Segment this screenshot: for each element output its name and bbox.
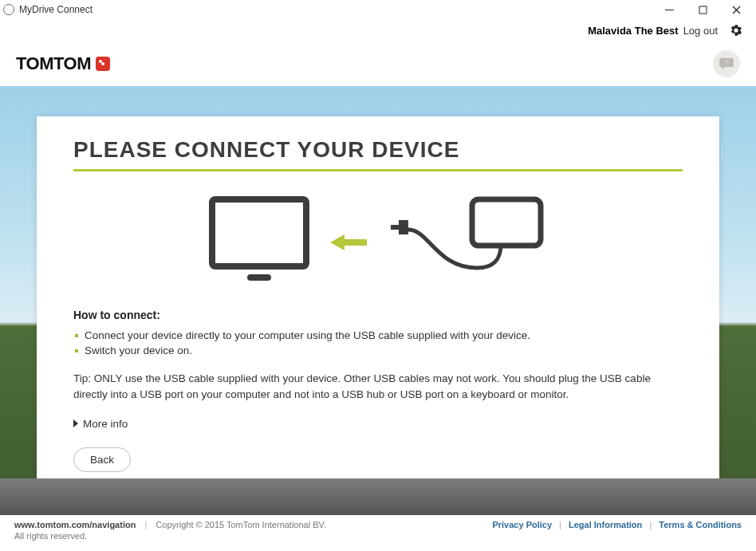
footer-rights: All rights reserved. [14,531,326,541]
triangle-right-icon [73,419,78,427]
svg-rect-6 [247,274,271,281]
brand-name: TOMTOM [16,53,91,74]
brand-mark-icon [96,57,110,71]
footer-url[interactable]: www.tomtom.com/navigation [14,520,136,529]
howto-heading: How to connect: [73,309,683,321]
settings-button[interactable] [729,23,743,37]
connect-illustration [73,183,683,302]
card-heading: PLEASE CONNECT YOUR DEVICE [73,137,683,163]
legal-link[interactable]: Legal Information [569,520,642,529]
howto-list: Connect your device directly to your com… [73,328,683,358]
speech-bubble-icon: ? [719,57,734,70]
more-info-link[interactable]: More info [73,418,128,430]
user-bar: Malavida The Best Log out [0,19,756,41]
monitor-icon [207,195,311,290]
arrow-left-icon [330,233,370,252]
app-icon [3,4,14,15]
device-with-cable-icon [389,195,549,290]
logout-link[interactable]: Log out [683,25,718,37]
svg-text:?: ? [725,59,728,66]
more-info-label: More info [83,418,128,430]
footer: www.tomtom.com/navigation | Copyright © … [0,515,756,551]
brand-bar: TOMTOM ? [0,41,756,86]
help-button[interactable]: ? [713,50,740,77]
gear-icon [729,23,743,37]
howto-item: Switch your device on. [73,343,683,358]
connect-card: PLEASE CONNECT YOUR DEVICE How to connec… [37,116,719,485]
svg-rect-5 [212,199,306,266]
heading-underline [73,169,683,171]
maximize-button[interactable] [686,0,719,19]
road-marking [287,499,359,507]
back-label: Back [90,454,114,466]
user-name: Malavida The Best [588,25,678,37]
tip-text: Tip: ONLY use the USB cable supplied wit… [73,371,683,402]
footer-copyright: Copyright © 2015 TomTom International BV… [156,520,326,529]
road-marking [407,499,478,507]
window-title: MyDrive Connect [19,4,93,15]
privacy-link[interactable]: Privacy Policy [492,520,552,529]
close-button[interactable] [719,0,753,19]
svg-rect-1 [699,6,707,14]
minimize-button[interactable] [652,0,686,19]
hero-background: PLEASE CONNECT YOUR DEVICE How to connec… [0,86,756,515]
svg-marker-7 [330,234,367,250]
window-titlebar: MyDrive Connect [0,0,756,19]
terms-link[interactable]: Terms & Conditions [659,520,742,529]
back-button[interactable]: Back [73,447,131,472]
howto-item: Connect your device directly to your com… [73,328,683,343]
svg-rect-8 [472,199,541,246]
tomtom-logo: TOMTOM [16,53,110,74]
